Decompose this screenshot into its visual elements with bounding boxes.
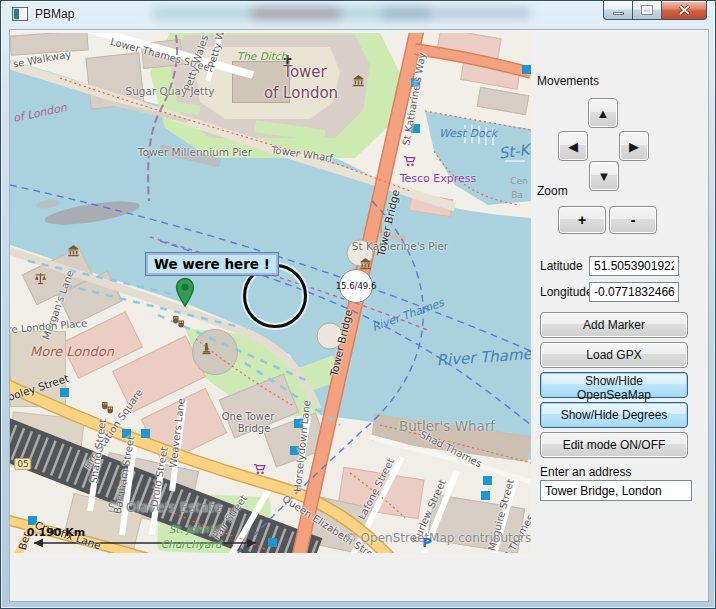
move-up-button[interactable]: ▲ (588, 98, 618, 128)
map-label: St. John's (169, 523, 218, 535)
address-label: Enter an address (540, 465, 631, 479)
monument-icon (200, 340, 213, 353)
seamark-icon (141, 429, 150, 438)
button-add-marker[interactable]: Add Marker (540, 312, 688, 338)
map-label: of London (264, 84, 338, 102)
seamark-icon (268, 538, 277, 547)
map-label: West Dock (439, 127, 497, 140)
map-label: Butler's Wharf (399, 418, 495, 434)
button-show-hide-degrees[interactable]: Show/Hide Degrees (540, 402, 688, 428)
titlebar-glass-blur (381, 7, 531, 19)
button-edit-mode-on-off[interactable]: Edit mode ON/OFF (540, 432, 688, 458)
map-label: Ba (511, 190, 523, 200)
move-right-button[interactable]: ▶ (619, 131, 649, 161)
map-label: Tesco Express (400, 172, 477, 185)
map-label: © OpenStreetMap contributors (345, 531, 531, 545)
map-marker-icon[interactable] (174, 277, 196, 307)
cart-icon (253, 461, 266, 474)
scales-icon (34, 270, 47, 283)
arrow-down-icon: ▼ (598, 169, 611, 184)
masks-icon (172, 313, 185, 326)
window-title: PBMap (35, 7, 74, 21)
map-label: Sugar Quay Jetty (126, 85, 215, 97)
map-view[interactable]: se WalkwayLower Thames StreetPetty Wales… (10, 33, 531, 553)
map-label: P (422, 535, 432, 550)
cart-icon (403, 153, 416, 166)
map-label: Churchyard (161, 538, 222, 550)
seamark-icon (481, 491, 490, 500)
minimize-icon (613, 12, 624, 15)
client-area: se WalkwayLower Thames StreetPetty Wales… (9, 29, 709, 602)
titlebar-glass-blur (251, 8, 341, 19)
seamark-icon (522, 65, 531, 74)
window-frame: PBMap (0, 0, 716, 609)
minimize-button[interactable] (603, 1, 632, 20)
close-icon (678, 5, 691, 15)
museum-icon (352, 72, 365, 85)
arrow-up-icon: ▲ (597, 106, 610, 121)
button-load-gpx[interactable]: Load GPX (540, 342, 688, 368)
map-label: St Katherine's Pier (352, 240, 448, 252)
map-label: Cen (510, 176, 528, 186)
masks-icon (101, 399, 114, 412)
map-label: The Ditch (237, 50, 287, 62)
museum-icon (67, 242, 80, 255)
map-label: One Tower (222, 411, 275, 422)
app-icon (12, 7, 28, 21)
zoom-out-button[interactable]: - (609, 206, 657, 234)
movements-label: Movements (537, 74, 599, 88)
zoom-in-button[interactable]: + (558, 206, 606, 234)
caption-buttons (603, 1, 707, 20)
map-label: 05 (14, 458, 31, 470)
latitude-field[interactable] (589, 256, 679, 276)
map-label: Tower (283, 63, 326, 81)
arrow-right-icon: ▶ (629, 139, 639, 154)
marker-tooltip: We were here ! (146, 253, 278, 275)
seamark-icon (60, 388, 69, 397)
map-label: Tower Millennium Pier (138, 146, 252, 158)
button-show-hide-openseamap[interactable]: Show/Hide OpenSeaMap (540, 372, 688, 398)
longitude-label: Longitude (540, 285, 593, 299)
seamark-icon (483, 476, 492, 485)
map-label: Bridge (238, 423, 271, 434)
museum-icon (359, 255, 372, 268)
map-label: 0.190 Km (27, 526, 86, 539)
bridge-clearance-badge: 15.6/49.6 (339, 269, 373, 303)
map-label: More London (30, 344, 114, 359)
address-input[interactable] (540, 480, 692, 501)
zoom-label: Zoom (537, 184, 568, 198)
action-button-stack: Add MarkerLoad GPXShow/Hide OpenSeaMapSh… (540, 312, 688, 462)
close-button[interactable] (661, 1, 707, 20)
maximize-button[interactable] (632, 1, 661, 20)
arrow-left-icon: ◀ (568, 139, 578, 154)
move-down-button[interactable]: ▼ (589, 161, 619, 191)
latitude-label: Latitude (540, 259, 583, 273)
move-left-button[interactable]: ◀ (558, 131, 588, 161)
longitude-field[interactable] (589, 282, 679, 302)
maximize-icon (642, 6, 652, 14)
